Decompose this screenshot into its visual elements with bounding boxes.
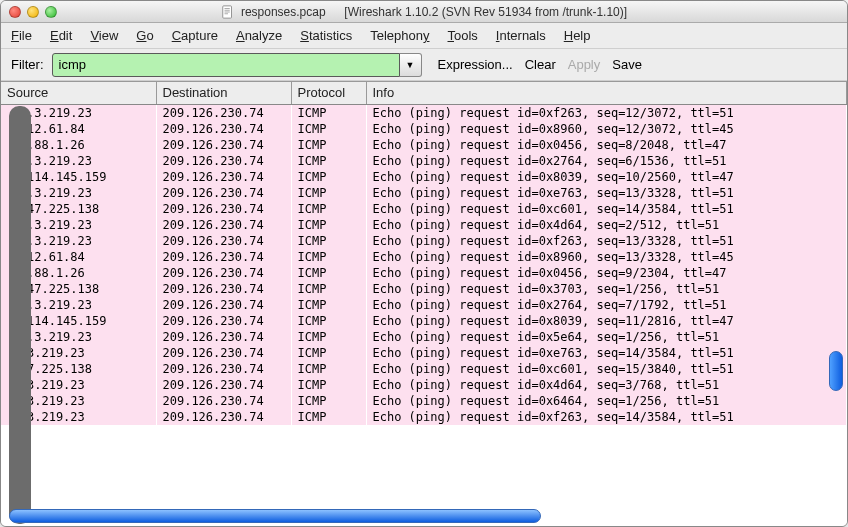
cell-destination: 209.126.230.74: [156, 377, 291, 393]
cell-destination: 209.126.230.74: [156, 169, 291, 185]
cell-info: Echo (ping) request id=0xf263, seq=13/33…: [366, 233, 847, 249]
cell-destination: 209.126.230.74: [156, 265, 291, 281]
table-row[interactable]: .3.219.23209.126.230.74ICMPEcho (ping) r…: [1, 185, 847, 201]
minimize-icon[interactable]: [27, 6, 39, 18]
table-row[interactable]: 47.225.138209.126.230.74ICMPEcho (ping) …: [1, 201, 847, 217]
packet-list-pane: Source Destination Protocol Info .3.219.…: [1, 81, 847, 526]
table-row[interactable]: 47.225.138209.126.230.74ICMPEcho (ping) …: [1, 281, 847, 297]
cell-protocol: ICMP: [291, 297, 366, 313]
table-row[interactable]: 114.145.159209.126.230.74ICMPEcho (ping)…: [1, 313, 847, 329]
clear-button[interactable]: Clear: [525, 57, 556, 72]
cell-protocol: ICMP: [291, 313, 366, 329]
cell-protocol: ICMP: [291, 377, 366, 393]
cell-protocol: ICMP: [291, 233, 366, 249]
expression-button[interactable]: Expression...: [438, 57, 513, 72]
zoom-icon[interactable]: [45, 6, 57, 18]
apply-button[interactable]: Apply: [568, 57, 601, 72]
table-row[interactable]: 3.219.23209.126.230.74ICMPEcho (ping) re…: [1, 345, 847, 361]
cell-info: Echo (ping) request id=0x2764, seq=6/153…: [366, 153, 847, 169]
table-row[interactable]: .88.1.26209.126.230.74ICMPEcho (ping) re…: [1, 137, 847, 153]
cell-source: .3.219.23: [1, 217, 156, 233]
cell-source: .3.219.23: [1, 329, 156, 345]
menu-analyze[interactable]: Analyze: [236, 28, 282, 43]
table-row[interactable]: .88.1.26209.126.230.74ICMPEcho (ping) re…: [1, 265, 847, 281]
menu-help[interactable]: Help: [564, 28, 591, 43]
col-header-destination[interactable]: Destination: [156, 82, 291, 104]
menu-telephony[interactable]: Telephony: [370, 28, 429, 43]
cell-destination: 209.126.230.74: [156, 217, 291, 233]
cell-destination: 209.126.230.74: [156, 153, 291, 169]
cell-destination: 209.126.230.74: [156, 345, 291, 361]
cell-protocol: ICMP: [291, 249, 366, 265]
close-icon[interactable]: [9, 6, 21, 18]
cell-source: 47.225.138: [1, 281, 156, 297]
titlebar: responses.pcap [Wireshark 1.10.2 (SVN Re…: [1, 1, 847, 23]
cell-destination: 209.126.230.74: [156, 185, 291, 201]
table-row[interactable]: 3.219.23209.126.230.74ICMPEcho (ping) re…: [1, 377, 847, 393]
menu-edit[interactable]: Edit: [50, 28, 72, 43]
cell-protocol: ICMP: [291, 185, 366, 201]
cell-info: Echo (ping) request id=0xf263, seq=14/35…: [366, 409, 847, 425]
cell-info: Echo (ping) request id=0x8039, seq=11/28…: [366, 313, 847, 329]
cell-destination: 209.126.230.74: [156, 313, 291, 329]
save-button[interactable]: Save: [612, 57, 642, 72]
table-row[interactable]: .3.219.23209.126.230.74ICMPEcho (ping) r…: [1, 104, 847, 121]
packet-table-wrap: Source Destination Protocol Info .3.219.…: [1, 82, 847, 526]
cell-source: .88.1.26: [1, 265, 156, 281]
table-row[interactable]: .3.219.23209.126.230.74ICMPEcho (ping) r…: [1, 329, 847, 345]
cell-protocol: ICMP: [291, 281, 366, 297]
cell-info: Echo (ping) request id=0xe763, seq=13/33…: [366, 185, 847, 201]
horizontal-scrollbar[interactable]: [9, 508, 827, 524]
table-row[interactable]: 12.61.84209.126.230.74ICMPEcho (ping) re…: [1, 249, 847, 265]
table-row[interactable]: .3.219.23209.126.230.74ICMPEcho (ping) r…: [1, 153, 847, 169]
menu-tools[interactable]: Tools: [448, 28, 478, 43]
filter-actions: Expression... Clear Apply Save: [438, 57, 642, 72]
filter-input[interactable]: [52, 53, 400, 77]
menu-file[interactable]: File: [11, 28, 32, 43]
col-header-protocol[interactable]: Protocol: [291, 82, 366, 104]
cell-info: Echo (ping) request id=0x0456, seq=8/204…: [366, 137, 847, 153]
cell-source: 12.61.84: [1, 121, 156, 137]
table-row[interactable]: 3.219.23209.126.230.74ICMPEcho (ping) re…: [1, 393, 847, 409]
horizontal-scrollbar-thumb[interactable]: [9, 509, 541, 523]
title-app: [Wireshark 1.10.2 (SVN Rev 51934 from /t…: [344, 5, 627, 19]
cell-info: Echo (ping) request id=0xc601, seq=14/35…: [366, 201, 847, 217]
table-row[interactable]: .3.219.23209.126.230.74ICMPEcho (ping) r…: [1, 233, 847, 249]
cell-destination: 209.126.230.74: [156, 137, 291, 153]
table-row[interactable]: 7.225.138209.126.230.74ICMPEcho (ping) r…: [1, 361, 847, 377]
vertical-scrollbar[interactable]: [829, 104, 845, 506]
col-header-info[interactable]: Info: [366, 82, 847, 104]
cell-source: 12.61.84: [1, 249, 156, 265]
table-row[interactable]: 114.145.159209.126.230.74ICMPEcho (ping)…: [1, 169, 847, 185]
cell-destination: 209.126.230.74: [156, 104, 291, 121]
document-icon: [221, 5, 235, 19]
filter-label: Filter:: [9, 57, 46, 72]
window-title: responses.pcap [Wireshark 1.10.2 (SVN Re…: [1, 5, 847, 19]
cell-source: 114.145.159: [1, 169, 156, 185]
table-row[interactable]: 3.219.23209.126.230.74ICMPEcho (ping) re…: [1, 409, 847, 425]
col-header-source[interactable]: Source: [1, 82, 156, 104]
menubar: File Edit View Go Capture Analyze Statis…: [1, 23, 847, 49]
cell-protocol: ICMP: [291, 345, 366, 361]
cell-source: 7.225.138: [1, 361, 156, 377]
cell-destination: 209.126.230.74: [156, 281, 291, 297]
cell-info: Echo (ping) request id=0x8960, seq=13/33…: [366, 249, 847, 265]
cell-info: Echo (ping) request id=0xf263, seq=12/30…: [366, 104, 847, 121]
menu-capture[interactable]: Capture: [172, 28, 218, 43]
menu-internals[interactable]: Internals: [496, 28, 546, 43]
cell-info: Echo (ping) request id=0x3703, seq=1/256…: [366, 281, 847, 297]
table-row[interactable]: 12.61.84209.126.230.74ICMPEcho (ping) re…: [1, 121, 847, 137]
filter-dropdown-button[interactable]: ▼: [400, 53, 422, 77]
cell-protocol: ICMP: [291, 265, 366, 281]
menu-go[interactable]: Go: [136, 28, 153, 43]
cell-protocol: ICMP: [291, 361, 366, 377]
menu-statistics[interactable]: Statistics: [300, 28, 352, 43]
vertical-scrollbar-thumb[interactable]: [829, 351, 843, 391]
window-controls: [9, 6, 57, 18]
cell-destination: 209.126.230.74: [156, 329, 291, 345]
table-row[interactable]: .3.219.23209.126.230.74ICMPEcho (ping) r…: [1, 297, 847, 313]
cell-source: 114.145.159: [1, 313, 156, 329]
table-row[interactable]: .3.219.23209.126.230.74ICMPEcho (ping) r…: [1, 217, 847, 233]
app-window: responses.pcap [Wireshark 1.10.2 (SVN Re…: [0, 0, 848, 527]
menu-view[interactable]: View: [90, 28, 118, 43]
